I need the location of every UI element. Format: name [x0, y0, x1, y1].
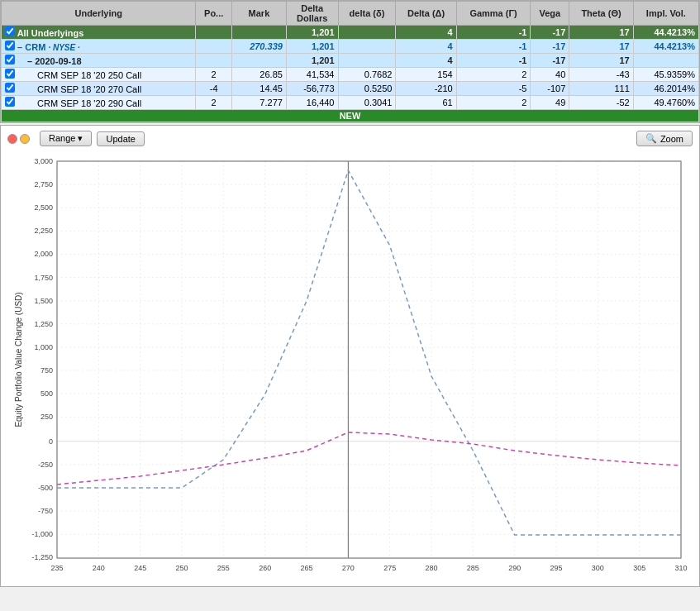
- svg-text:275: 275: [383, 564, 396, 572]
- svg-text:-250: -250: [37, 461, 52, 469]
- col-vega: Vega: [531, 2, 569, 26]
- range-button[interactable]: Range ▾: [40, 131, 92, 146]
- row-checkbox[interactable]: [5, 97, 15, 107]
- table-row: CRM SEP 18 '20 250 Call 2 26.85 41,534 0…: [2, 68, 699, 82]
- chart-toolbar: Range ▾ Update 🔍 Zoom: [4, 129, 696, 148]
- svg-text:300: 300: [591, 564, 603, 572]
- svg-text:-500: -500: [37, 484, 52, 492]
- chart-area: 3,000 2,750 2,500 2,250 2,000 1,750 1,50…: [4, 153, 696, 583]
- svg-text:-1,250: -1,250: [31, 553, 53, 561]
- svg-text:295: 295: [550, 564, 562, 572]
- svg-text:-1,000: -1,000: [31, 530, 53, 538]
- table-row: CRM SEP 18 '20 270 Call -4 14.45 -56,773…: [2, 82, 699, 96]
- svg-text:2,000: 2,000: [34, 250, 53, 258]
- row-checkbox[interactable]: [5, 41, 15, 50]
- svg-text:2,750: 2,750: [34, 180, 53, 189]
- row-checkbox[interactable]: [5, 83, 15, 93]
- svg-text:1,000: 1,000: [34, 343, 53, 351]
- svg-text:-750: -750: [37, 507, 52, 515]
- row-checkbox[interactable]: [5, 26, 15, 36]
- col-gamma: Gamma (Γ): [456, 2, 531, 26]
- svg-text:250: 250: [175, 564, 188, 572]
- svg-text:500: 500: [40, 389, 52, 398]
- close-button[interactable]: [7, 134, 17, 144]
- svg-text:2,500: 2,500: [34, 203, 53, 212]
- svg-text:750: 750: [40, 366, 52, 375]
- window-controls: [7, 134, 30, 144]
- svg-text:255: 255: [217, 564, 229, 572]
- minimize-button[interactable]: [20, 134, 30, 144]
- row-name: All Underlyings: [2, 26, 196, 40]
- col-mark: Mark: [231, 2, 286, 26]
- col-theta: Theta (Θ): [569, 2, 633, 26]
- col-delta-small: delta (δ): [338, 2, 396, 26]
- svg-text:280: 280: [425, 564, 437, 572]
- y-axis-title: Equity Portfolio Value Change (USD): [14, 292, 23, 427]
- svg-text:260: 260: [259, 564, 271, 572]
- col-underlying: Underlying: [2, 2, 196, 26]
- chart-panel: Range ▾ Update 🔍 Zoom: [0, 125, 700, 587]
- new-row[interactable]: NEW: [2, 110, 699, 122]
- row-name: – 2020-09-18: [2, 54, 196, 68]
- svg-text:270: 270: [341, 564, 354, 572]
- positions-table: Underlying Po... Mark DeltaDollars delta…: [1, 1, 699, 122]
- col-pos: Po...: [196, 2, 232, 26]
- svg-text:2,250: 2,250: [34, 227, 53, 235]
- row-name: – CRM · NYSE ·: [2, 40, 196, 54]
- table-row: – CRM · NYSE · 270.339 1,201 4 -1 -17 17…: [2, 40, 699, 54]
- svg-text:290: 290: [508, 564, 521, 572]
- positions-table-container: Underlying Po... Mark DeltaDollars delta…: [0, 0, 700, 123]
- table-row: All Underlyings 1,201 4 -1 -17 17 44.421…: [2, 26, 699, 40]
- svg-text:310: 310: [674, 564, 687, 572]
- svg-text:265: 265: [300, 564, 312, 572]
- svg-rect-1: [57, 161, 681, 558]
- row-name: CRM SEP 18 '20 250 Call: [2, 68, 196, 82]
- row-checkbox[interactable]: [5, 69, 15, 79]
- svg-text:1,500: 1,500: [34, 297, 53, 305]
- svg-text:1,750: 1,750: [34, 274, 53, 282]
- y-axis-labels: 3,000 2,750 2,500 2,250 2,000 1,750 1,50…: [31, 157, 53, 561]
- row-checkbox[interactable]: [5, 55, 15, 64]
- row-name: CRM SEP 18 '20 290 Call: [2, 96, 196, 110]
- col-impl-vol: Impl. Vol.: [633, 2, 698, 26]
- zoom-button[interactable]: 🔍 Zoom: [636, 131, 693, 146]
- portfolio-chart: 3,000 2,750 2,500 2,250 2,000 1,750 1,50…: [12, 153, 689, 583]
- svg-text:0: 0: [48, 437, 52, 446]
- svg-text:1,250: 1,250: [34, 320, 53, 328]
- svg-text:240: 240: [92, 564, 104, 572]
- svg-text:305: 305: [633, 564, 645, 572]
- svg-text:250: 250: [40, 413, 52, 421]
- x-axis-labels: 235 240 245 250 255 260 265 270 275 280 …: [50, 564, 687, 572]
- update-button[interactable]: Update: [97, 131, 144, 146]
- table-row: CRM SEP 18 '20 290 Call 2 7.277 16,440 0…: [2, 96, 699, 110]
- col-delta-big: Delta (Δ): [396, 2, 456, 26]
- svg-text:285: 285: [466, 564, 479, 572]
- table-row: – 2020-09-18 1,201 4 -1 -17 17: [2, 54, 699, 68]
- svg-text:235: 235: [50, 564, 63, 572]
- zoom-icon: 🔍: [645, 133, 657, 144]
- col-delta-dollars: DeltaDollars: [286, 2, 338, 26]
- svg-text:3,000: 3,000: [34, 157, 53, 165]
- svg-text:245: 245: [134, 564, 146, 572]
- row-name: CRM SEP 18 '20 270 Call: [2, 82, 196, 96]
